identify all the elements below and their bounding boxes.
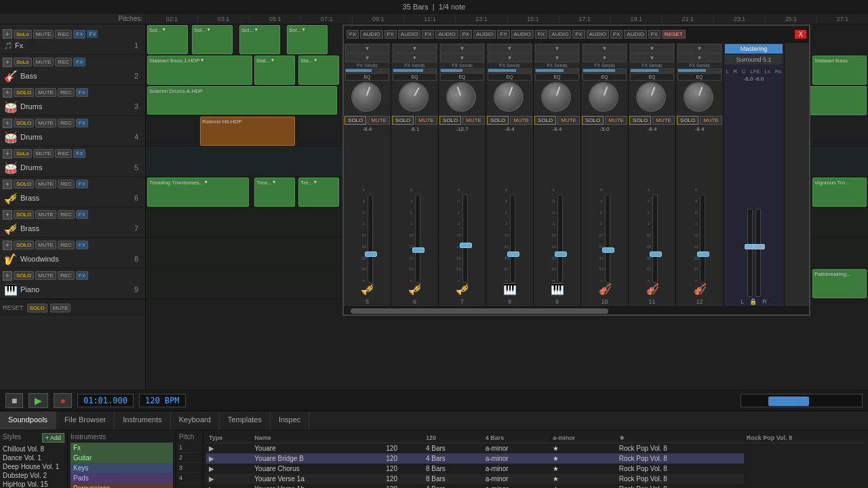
channel-solo-btn[interactable]: SOLO (487, 116, 509, 125)
style-item[interactable]: Chillout Vol. 8 (3, 445, 64, 453)
instrument-pads[interactable]: Pads (71, 473, 173, 483)
eq-label[interactable]: EQ (393, 73, 437, 81)
tab-templates[interactable]: Templates (220, 411, 271, 430)
mixer-fx-btn5[interactable]: FX (497, 30, 509, 39)
mute-button[interactable]: MUTE (35, 241, 56, 249)
channel-knob[interactable] (684, 82, 716, 115)
fxsend-bar[interactable] (393, 68, 437, 73)
solo-button[interactable]: SoLo (14, 58, 32, 66)
fader-track[interactable] (652, 195, 658, 283)
track-add-button[interactable]: + (3, 241, 12, 250)
fader-area[interactable]: 630310203050∞ (440, 134, 484, 283)
clip[interactable]: Solemn Drums A.HDP (147, 86, 337, 115)
fx-button[interactable]: FX (76, 271, 88, 280)
fx-button[interactable]: FX (76, 210, 88, 219)
channel-select[interactable]: ▼ (488, 44, 532, 53)
clip[interactable]: Sta...▼ (298, 56, 339, 85)
channel-select[interactable]: ▼ (440, 44, 484, 53)
rec-button[interactable]: REC (58, 271, 75, 280)
track-add-button[interactable]: + (3, 58, 12, 67)
channel-knob[interactable] (494, 82, 526, 115)
channel-mute-btn[interactable]: MUTE (368, 116, 390, 125)
mute-button[interactable]: MUTE (35, 210, 56, 219)
channel-select[interactable]: ▼ (583, 44, 627, 53)
channel-select[interactable]: ▼ (535, 44, 579, 53)
rec-button[interactable]: REC (55, 30, 72, 39)
channel-mute-btn[interactable]: MUTE (510, 116, 532, 125)
mute-button[interactable]: MUTE (33, 149, 54, 158)
channel-mute-btn[interactable]: MUTE (415, 116, 437, 125)
clip[interactable]: Sol...▼ (239, 25, 280, 54)
fader-handle[interactable] (602, 247, 614, 253)
fader-area[interactable]: 6 3 0 3 10 20 30 50 ∞ (345, 134, 389, 283)
mixer-reset-btn[interactable]: RESET (662, 30, 686, 39)
loop-play-button[interactable]: ▶ (209, 465, 214, 472)
clip[interactable]: Trea...▼ (254, 178, 295, 207)
mixer-audio-btn2[interactable]: AUDIO (398, 30, 420, 39)
stop-button[interactable]: ■ (5, 393, 23, 408)
style-item[interactable]: Dubstep Vol. 2 (3, 471, 64, 480)
mixer-audio-btn7[interactable]: AUDIO (587, 30, 609, 39)
mute-button[interactable]: MUTE (35, 88, 56, 97)
fader-track[interactable] (415, 195, 420, 283)
channel-solo-btn[interactable]: SOLO (582, 116, 604, 125)
instrument-keys[interactable]: Keys (71, 463, 173, 473)
channel-knob[interactable] (446, 82, 479, 115)
clip[interactable]: Tre...▼ (298, 178, 339, 207)
channel-select2[interactable]: ▼ (535, 54, 579, 62)
fader-track[interactable] (368, 195, 373, 283)
add-style-button[interactable]: + Add (42, 433, 64, 443)
channel-solo-btn[interactable]: SOLO (677, 116, 698, 125)
mute-button[interactable]: MUTE (35, 119, 56, 127)
loop-play-button[interactable]: ▶ (209, 475, 214, 483)
loop-star[interactable]: ★ (550, 453, 616, 464)
arrange-view[interactable]: Sol...▼ Sol...▼ Sol...▼ Sol...▼ Orotund … (146, 24, 868, 390)
loop-play-button[interactable]: ▶ (209, 445, 214, 452)
eq-label[interactable]: EQ (440, 73, 484, 81)
clip[interactable]: Vigorous Tro... (812, 178, 867, 207)
channel-knob[interactable] (541, 82, 574, 115)
eq-label[interactable]: EQ (677, 73, 722, 81)
tab-inspec[interactable]: Inspec (271, 411, 309, 430)
fxsend-bar[interactable] (677, 68, 722, 73)
clip[interactable]: Stalwart Bass (812, 56, 867, 85)
clip[interactable]: Treading Trombones...▼ (147, 178, 249, 207)
channel-mute-btn[interactable]: MUTE (462, 116, 485, 125)
fader-area[interactable]: 630310203050∞ (535, 134, 579, 283)
instrument-fx[interactable]: Fx (71, 443, 173, 453)
fx-button[interactable]: FX (73, 149, 85, 158)
style-item[interactable]: HipHop Vol. 15 (3, 480, 64, 488)
loop-star[interactable]: ★ (550, 464, 616, 474)
tab-soundpools[interactable]: Soundpools (0, 411, 56, 430)
style-item[interactable]: Dance Vol. 1 (3, 453, 64, 462)
channel-select2[interactable]: ▼ (583, 54, 627, 62)
fx-button[interactable]: FX (76, 241, 88, 249)
fader-area[interactable]: 630310203050∞ (630, 134, 674, 283)
channel-select2[interactable]: ▼ (677, 54, 722, 62)
rec-button[interactable]: REC (58, 180, 75, 188)
fader-track[interactable] (462, 195, 468, 283)
channel-knob[interactable] (399, 82, 431, 115)
track-add-button[interactable]: + (3, 88, 12, 98)
track-add-button[interactable]: + (3, 29, 12, 39)
fader-handle[interactable] (650, 251, 662, 257)
channel-knob[interactable] (351, 82, 384, 115)
mute-button[interactable]: MUTE (35, 271, 56, 280)
track-add-button[interactable]: + (3, 149, 12, 159)
mixer-fx-btn7[interactable]: FX (572, 30, 585, 39)
fader-track[interactable] (605, 195, 610, 283)
track-add-button[interactable]: + (3, 210, 12, 220)
loop-star[interactable]: ★ (550, 474, 616, 484)
master-fader-r[interactable] (755, 209, 761, 297)
channel-mute-btn[interactable]: MUTE (652, 116, 675, 125)
channel-solo-btn[interactable]: SOLO (344, 116, 366, 125)
clip[interactable]: Pathbreaking... (812, 269, 867, 298)
tab-keyboard[interactable]: Keyboard (171, 411, 220, 430)
fxsend-bar[interactable] (583, 68, 627, 73)
mixer-fx-btn2[interactable]: FX (384, 30, 397, 39)
record-button[interactable]: ● (54, 393, 71, 408)
track-add-button[interactable]: + (3, 180, 12, 189)
instrument-percussions[interactable]: Percussions (71, 483, 173, 488)
instrument-guitar[interactable]: Guitar (71, 453, 173, 463)
fxsend-bar[interactable] (630, 68, 674, 73)
